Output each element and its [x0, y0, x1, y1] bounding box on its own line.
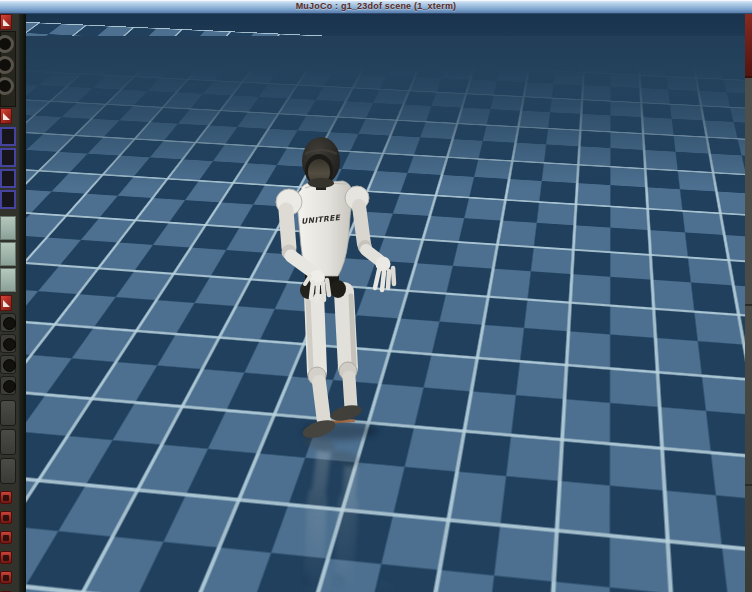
slot-group	[0, 127, 16, 211]
red-icon-group	[0, 491, 12, 592]
robot-figure[interactable]: UNITREE	[255, 132, 405, 442]
dial-knob[interactable]	[0, 35, 14, 53]
swatch-group	[0, 216, 16, 294]
slot-cell[interactable]	[0, 127, 16, 146]
robot-left-leg	[301, 294, 338, 441]
slot-cell[interactable]	[0, 190, 16, 209]
knob-button[interactable]	[0, 334, 16, 353]
knob-button-group	[0, 313, 16, 397]
mujoco-window: MuJoCo : g1_23dof scene (1_xterm)	[0, 0, 752, 592]
window-title: MuJoCo : g1_23dof scene (1_xterm)	[296, 0, 457, 13]
slot-cell[interactable]	[0, 148, 16, 167]
dark-button-group	[0, 400, 16, 487]
strip-divider	[745, 484, 752, 486]
robot-right-leg	[329, 292, 363, 424]
red-icon-button[interactable]	[0, 491, 12, 504]
panel-button[interactable]	[0, 429, 16, 455]
corner-arrow-button[interactable]	[0, 14, 12, 30]
mujoco-3d-viewport[interactable]: UNITREE	[26, 14, 745, 592]
color-swatch[interactable]	[0, 242, 16, 266]
color-swatch[interactable]	[0, 268, 16, 292]
dial-knob[interactable]	[0, 77, 14, 95]
corner-arrow-button[interactable]	[0, 295, 12, 311]
panel-button[interactable]	[0, 458, 16, 484]
red-icon-button[interactable]	[0, 571, 12, 584]
red-window-fragment	[745, 14, 752, 78]
red-icon-button[interactable]	[0, 511, 12, 524]
red-icon-button[interactable]	[0, 531, 12, 544]
panel-button[interactable]	[0, 400, 16, 426]
strip-divider	[745, 304, 752, 306]
knob-button[interactable]	[0, 313, 16, 332]
knob-button[interactable]	[0, 376, 16, 395]
right-edge-strip	[745, 14, 752, 592]
knob-button[interactable]	[0, 355, 16, 374]
corner-arrow-button[interactable]	[0, 108, 12, 124]
robot-right-arm	[345, 186, 394, 290]
dial-knob[interactable]	[0, 56, 14, 74]
panel-border	[19, 14, 26, 592]
slot-cell[interactable]	[0, 169, 16, 188]
knob-group	[0, 31, 16, 107]
color-swatch[interactable]	[0, 216, 16, 240]
window-titlebar[interactable]: MuJoCo : g1_23dof scene (1_xterm)	[0, 0, 752, 14]
red-icon-button[interactable]	[0, 551, 12, 564]
left-edge-panel	[0, 14, 19, 592]
